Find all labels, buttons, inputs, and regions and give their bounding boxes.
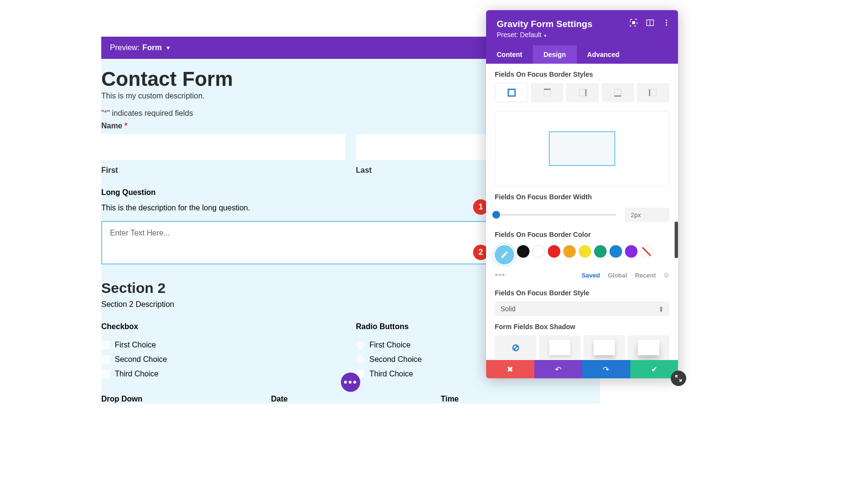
border-style-bottom[interactable] [602, 83, 634, 102]
color-swatch-selected[interactable] [495, 245, 514, 264]
eyedropper-icon [500, 250, 509, 259]
color-swatch-black[interactable] [517, 245, 529, 258]
shadow-option-3[interactable] [628, 335, 669, 360]
redo-icon: ↷ [603, 365, 609, 374]
tab-advanced[interactable]: Advanced [577, 45, 630, 64]
box-shadow-label: Form Fields Box Shadow [495, 316, 669, 335]
color-swatch-white[interactable] [532, 245, 545, 258]
box-shadow-row: ⊘ [495, 335, 669, 360]
ellipsis-icon: ••• [343, 376, 357, 388]
more-icon[interactable] [663, 19, 670, 27]
first-name-input[interactable] [101, 134, 345, 160]
more-options-fab[interactable]: ••• [341, 373, 360, 392]
dropdown-label: Drop Down [101, 395, 260, 403]
border-style-all[interactable] [495, 83, 528, 102]
tab-content[interactable]: Content [486, 45, 533, 64]
border-style-left[interactable] [637, 83, 669, 102]
preview-label: Preview: [110, 43, 139, 52]
svg-rect-14 [650, 89, 656, 96]
color-swatch-blue[interactable] [610, 245, 622, 258]
border-styles-row [495, 83, 669, 102]
columns-icon[interactable] [646, 19, 654, 27]
svg-rect-10 [579, 89, 586, 96]
panel-footer: ✖ ↶ ↷ ✔ [486, 360, 678, 378]
time-label: Time [441, 395, 600, 403]
border-styles-label: Fields On Focus Border Styles [495, 64, 669, 83]
checkbox-icon [101, 370, 110, 378]
radio-icon [356, 355, 365, 364]
border-color-label: Fields On Focus Border Color [495, 224, 669, 243]
color-swatch-red[interactable] [548, 245, 560, 258]
checkbox-label: Checkbox [101, 322, 345, 338]
color-swatch-none[interactable] [640, 245, 653, 258]
border-style-right[interactable] [566, 83, 598, 102]
color-tab-global[interactable]: Global [608, 272, 627, 279]
border-style-select[interactable]: Solid ▲▼ [495, 302, 669, 316]
focus-icon[interactable] [630, 19, 637, 27]
panel-header: Gravity Form Settings Preset: Default ▼ [486, 10, 678, 45]
border-width-slider-row: 2px [495, 206, 669, 224]
border-style-select-label: Fields On Focus Border Style [495, 282, 669, 302]
color-meta-row: ••• Saved Global Recent ⚙ [495, 266, 669, 282]
ellipsis-icon[interactable]: ••• [495, 270, 505, 280]
color-swatch-orange[interactable] [563, 245, 576, 258]
date-label: Date [271, 395, 430, 403]
svg-point-6 [666, 25, 667, 26]
panel-tabs: Content Design Advanced [486, 45, 678, 64]
panel-scrollbar[interactable] [675, 221, 678, 258]
checkbox-icon [101, 355, 110, 364]
color-swatch-purple[interactable] [625, 245, 637, 258]
preview-value: Form [142, 43, 162, 52]
svg-point-5 [666, 22, 667, 24]
checkbox-item[interactable]: First Choice [101, 338, 345, 352]
border-preview-inner [549, 131, 615, 166]
slider-thumb-icon[interactable] [492, 211, 500, 219]
border-width-label: Fields On Focus Border Width [495, 186, 669, 206]
checkbox-item[interactable]: Second Choice [101, 352, 345, 367]
border-style-value: Solid [501, 305, 515, 313]
close-icon: ✖ [507, 365, 513, 374]
panel-preset[interactable]: Preset: Default ▼ [497, 29, 667, 39]
checkbox-icon [101, 341, 110, 349]
checkbox-item[interactable]: Third Choice [101, 367, 345, 381]
first-sublabel: First [101, 160, 345, 183]
no-symbol-icon: ⊘ [512, 342, 520, 353]
svg-rect-1 [632, 21, 635, 24]
panel-header-icons [630, 19, 670, 27]
undo-button[interactable]: ↶ [534, 360, 583, 378]
svg-point-4 [666, 20, 667, 21]
shadow-none[interactable]: ⊘ [495, 335, 536, 360]
border-width-slider[interactable] [495, 214, 616, 216]
color-swatch-yellow[interactable] [579, 245, 591, 258]
radio-icon [356, 341, 365, 349]
color-tab-saved[interactable]: Saved [582, 272, 600, 279]
panel-body[interactable]: Fields On Focus Border Styles Fields On … [486, 64, 678, 360]
redo-button[interactable]: ↷ [582, 360, 630, 378]
expand-icon [675, 374, 682, 382]
border-width-value[interactable]: 2px [625, 208, 669, 222]
svg-rect-12 [614, 89, 621, 96]
shadow-option-2[interactable] [583, 335, 625, 360]
updown-icon: ▲▼ [659, 305, 664, 312]
expand-fab[interactable] [671, 371, 686, 386]
color-swatch-teal[interactable] [594, 245, 607, 258]
shadow-option-1[interactable] [539, 335, 581, 360]
svg-rect-7 [508, 89, 515, 96]
tab-design[interactable]: Design [533, 45, 577, 64]
color-tab-recent[interactable]: Recent [635, 272, 656, 279]
border-style-top[interactable] [531, 83, 563, 102]
settings-panel: Gravity Form Settings Preset: Default ▼ … [486, 10, 678, 378]
undo-icon: ↶ [555, 365, 561, 374]
close-button[interactable]: ✖ [486, 360, 534, 378]
gear-icon[interactable]: ⚙ [664, 272, 669, 279]
color-swatch-row [495, 243, 669, 266]
chevron-down-icon: ▼ [165, 45, 171, 51]
svg-rect-8 [544, 89, 551, 96]
border-preview-box [495, 111, 669, 186]
check-icon: ✔ [651, 365, 657, 374]
triangle-down-icon: ▼ [542, 34, 547, 38]
